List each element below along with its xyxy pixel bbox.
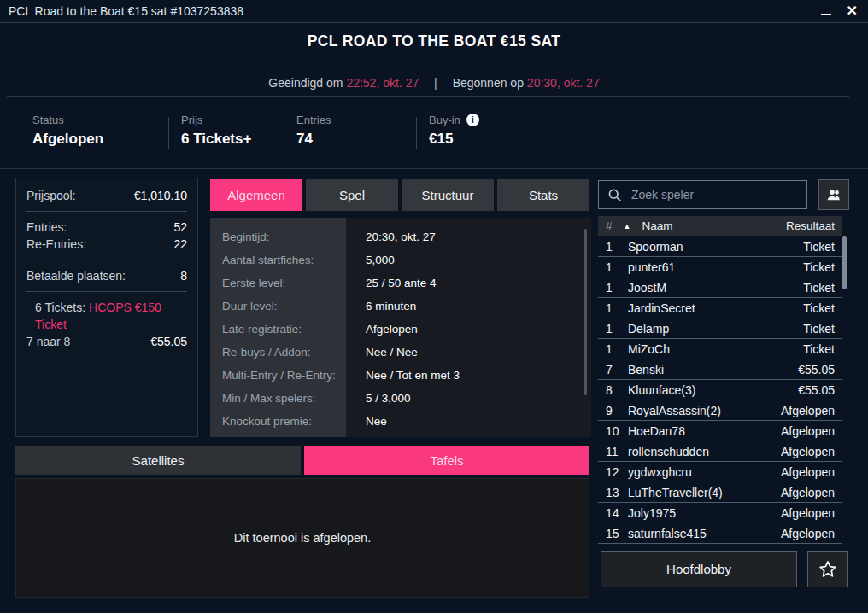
column-result[interactable]: Resultaat (786, 219, 842, 232)
paid-places-value: 8 (180, 267, 187, 284)
close-button[interactable]: ✕ (847, 4, 858, 18)
player-row[interactable]: 1DelampTicket (598, 318, 842, 339)
player-rank: 11 (598, 445, 628, 458)
player-table-body: 1SpoormanTicket1punter61Ticket1JoostMTic… (598, 236, 842, 544)
player-row[interactable]: 15saturnfalse415Afgelopen (598, 523, 842, 544)
player-result: Afgelopen (781, 404, 842, 417)
player-search (598, 180, 807, 209)
player-row[interactable]: 1JardinSecretTicket (598, 298, 842, 318)
player-name: Spoorman (628, 240, 803, 254)
main-lobby-button[interactable]: Hoofdlobby (601, 551, 797, 587)
stat-status-label: Status (32, 114, 103, 126)
info-row-label: Begintijd: (210, 225, 346, 248)
player-row[interactable]: 1SpoormanTicket (598, 236, 842, 257)
player-result: Ticket (803, 301, 842, 315)
player-row[interactable]: 1punter61Ticket (598, 257, 842, 277)
stat-entries-value: 74 (296, 131, 331, 148)
player-row[interactable]: 1JoostMTicket (598, 277, 842, 298)
info-icon[interactable]: i (466, 114, 479, 126)
star-icon (818, 559, 838, 580)
header-divider (7, 96, 849, 97)
stat-buyin-value: €15 (429, 131, 479, 148)
player-name: saturnfalse415 (628, 527, 781, 540)
tickets-label: 6 Tickets: (35, 301, 85, 314)
info-row-value: Nee (346, 410, 387, 433)
tables-panel: Dit toernooi is afgelopen. (15, 478, 589, 598)
info-row: Re-buys / Addon:Nee / Nee (210, 341, 591, 364)
player-row[interactable]: 1MiZoChTicket (598, 339, 842, 359)
player-rank: 14 (598, 506, 628, 520)
stat-entries-label: Entries (296, 114, 331, 126)
player-result: €55.05 (798, 383, 842, 397)
info-row: Aantal startfiches:5,000 (210, 248, 591, 271)
payout-range-value: €55.05 (150, 333, 187, 350)
player-row[interactable]: 10HoeDan78Afgelopen (598, 421, 842, 441)
info-row-label: Aantal startfiches: (210, 248, 346, 271)
player-row[interactable]: 9RoyalAssassin(2)Afgelopen (598, 400, 842, 421)
tab-stats[interactable]: Stats (497, 179, 589, 211)
column-name[interactable]: Naam (642, 219, 672, 232)
player-result: Ticket (803, 240, 842, 254)
player-result: Afgelopen (781, 424, 842, 438)
info-row-label: Min / Max spelers: (210, 387, 346, 410)
info-row-label: Multi-Entry / Re-Entry: (210, 364, 346, 387)
column-rank[interactable]: # (598, 219, 613, 232)
player-name: Joly1975 (628, 506, 781, 520)
player-result: Afgelopen (781, 445, 842, 458)
ended-label: Geëindigd om (268, 76, 343, 90)
player-row[interactable]: 11rollenschuddenAfgelopen (598, 441, 842, 462)
player-row[interactable]: 7Benski€55.05 (598, 359, 842, 380)
panel-divider (26, 260, 187, 260)
stat-divider (168, 117, 169, 149)
player-list-scrollbar[interactable] (842, 236, 847, 289)
titlebar: PCL Road to the Boat €15 sat #1037253838… (0, 0, 868, 23)
schedule-separator: | (434, 76, 437, 90)
info-row-label: Duur level: (210, 295, 346, 318)
tab-satellites[interactable]: Satellites (15, 446, 301, 475)
info-row: Eerste level:25 / 50 ante 4 (210, 271, 591, 295)
player-rank: 10 (598, 424, 628, 438)
player-name: rollenschudden (628, 445, 781, 458)
favorite-button[interactable] (807, 551, 848, 587)
info-rows: Begintijd:20:30, okt. 27Aantal startfich… (210, 225, 591, 433)
player-row[interactable]: 8Kluunface(3)€55.05 (598, 380, 842, 400)
info-row-label: Eerste level: (210, 271, 346, 295)
started-label: Begonnen op (453, 76, 524, 90)
panel-divider (26, 291, 187, 292)
reentries-value: 22 (173, 236, 187, 253)
payout-range-row: 7 naar 8 €55.05 (26, 333, 187, 350)
player-result: Ticket (803, 342, 842, 356)
player-name: ygdwxghcru (628, 465, 781, 479)
payout-range-label: 7 naar 8 (26, 333, 70, 350)
reentries-label: Re-Entries: (26, 236, 86, 253)
tournament-ended-message: Dit toernooi is afgelopen. (234, 531, 371, 545)
tab-algemeen[interactable]: Algemeen (210, 179, 302, 211)
tab-spel[interactable]: Spel (306, 179, 398, 211)
tournament-lobby-window: PCL Road to the Boat €15 sat #1037253838… (0, 0, 868, 613)
player-result: Ticket (803, 322, 842, 336)
player-name: Kluunface(3) (628, 383, 798, 397)
stat-divider (416, 117, 417, 149)
players-filter-button[interactable] (818, 179, 849, 210)
info-row: Late registratie:Afgelopen (210, 318, 591, 341)
paid-places-label: Betaalde plaatsen: (26, 267, 126, 284)
info-row-label: Re-buys / Addon: (210, 341, 346, 364)
info-scrollbar[interactable] (584, 229, 587, 395)
entries-label: Entries: (26, 219, 67, 236)
player-row[interactable]: 14Joly1975Afgelopen (598, 503, 842, 523)
started-time: 20:30, okt. 27 (527, 76, 600, 90)
player-row[interactable]: 12ygdwxghcruAfgelopen (598, 462, 842, 482)
search-input[interactable] (630, 187, 798, 202)
player-rank: 1 (598, 260, 628, 274)
window-title: PCL Road to the Boat €15 sat #1037253838 (9, 4, 243, 18)
player-rank: 15 (598, 527, 628, 540)
tab-tafels[interactable]: Tafels (304, 446, 589, 475)
stat-prize: Prijs 6 Tickets+ (181, 114, 251, 148)
detail-tabs: Algemeen Spel Structuur Stats (210, 179, 589, 211)
stat-prize-value: 6 Tickets+ (181, 131, 251, 148)
minimize-button[interactable] (819, 4, 833, 18)
info-row-label: Knockout premie: (210, 410, 346, 433)
player-row[interactable]: 13LuTheTraveller(4)Afgelopen (598, 482, 842, 503)
tab-structuur[interactable]: Structuur (402, 179, 494, 211)
search-icon (607, 188, 622, 202)
